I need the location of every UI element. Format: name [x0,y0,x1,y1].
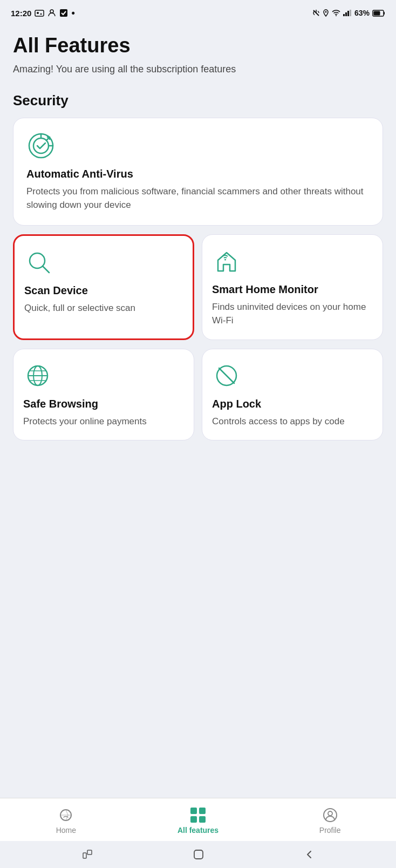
status-time: 12:20 • [11,8,75,18]
battery-icon [372,10,385,17]
app-lock-title: App Lock [212,398,373,410]
globe-icon [23,361,52,390]
svg-point-5 [336,15,337,16]
svg-rect-12 [374,11,380,15]
svg-rect-26 [199,808,206,814]
svg-rect-7 [345,12,347,16]
svg-point-1 [37,12,39,14]
status-indicators: 63% [312,9,385,17]
svg-rect-28 [199,816,206,823]
svg-rect-0 [35,10,44,16]
antivirus-desc: Protects you from malicious software, fi… [26,185,370,212]
svg-rect-32 [87,850,92,855]
time-display: 12:20 [11,9,31,18]
photo-icon [35,9,44,17]
card-app-lock[interactable]: App Lock Controls access to apps by code [202,349,383,441]
safe-browsing-title: Safe Browsing [23,398,184,410]
card-grid-row1: Scan Device Quick, full or selective sca… [13,234,383,340]
android-home-btn[interactable] [193,849,204,860]
svg-rect-33 [194,850,203,859]
safe-browsing-desc: Protects your online payments [23,415,184,429]
card-grid-row2: Safe Browsing Protects your online payme… [13,349,383,441]
svg-rect-31 [83,853,86,858]
android-back-btn[interactable] [304,850,314,859]
svg-rect-11 [384,12,385,15]
card-safe-browsing[interactable]: Safe Browsing Protects your online payme… [13,349,194,441]
antivirus-title: Automatic Anti-Virus [26,168,370,180]
card-scan-device[interactable]: Scan Device Quick, full or selective sca… [13,234,194,340]
profile-nav-label: Profile [319,826,341,835]
svg-rect-6 [343,14,345,16]
svg-point-17 [224,259,226,260]
block-icon [212,361,241,390]
battery-percent: 63% [354,9,370,17]
svg-point-4 [325,11,326,13]
status-bar: 12:20 • 63% [0,0,396,24]
home-nav-label: Home [56,826,76,835]
all-features-nav-label: All features [177,826,219,835]
grid-nav-icon [189,806,207,824]
target-icon [26,131,56,160]
svg-point-2 [50,10,53,13]
svg-rect-25 [190,808,197,814]
home-nav-icon [57,806,74,824]
location-icon [323,9,329,17]
bottom-nav: Home All features Profile [0,798,396,841]
wifi-icon [332,10,340,16]
page-subtitle: Amazing! You are using all the subscript… [13,63,383,76]
home-wifi-icon [212,247,241,276]
svg-rect-9 [350,10,351,16]
svg-point-30 [328,811,332,816]
card-antivirus[interactable]: Automatic Anti-Virus Protects you from m… [13,118,383,226]
android-nav-bar [0,841,396,868]
search-icon [24,248,53,277]
card-smart-home[interactable]: Smart Home Monitor Finds uninvited devic… [202,234,383,340]
svg-rect-3 [60,9,67,17]
signal-icon [343,10,352,16]
svg-rect-27 [190,816,197,823]
scan-device-desc: Quick, full or selective scan [24,301,183,315]
nav-all-features[interactable]: All features [132,806,264,835]
nav-home[interactable]: Home [0,806,132,835]
svg-line-16 [43,266,49,273]
page-title: All Features [13,35,383,57]
profile-nav-icon [322,806,339,824]
person-icon [47,9,56,17]
smart-home-title: Smart Home Monitor [212,283,373,296]
main-content: All Features Amazing! You are using all … [0,24,396,798]
scan-device-title: Scan Device [24,284,183,297]
mute-icon [312,9,320,17]
smart-home-desc: Finds uninvited devices on your home Wi-… [212,300,373,328]
app-lock-desc: Controls access to apps by code [212,415,373,429]
nav-profile[interactable]: Profile [264,806,396,835]
check-icon [59,9,68,17]
android-recent-btn[interactable] [82,849,93,860]
section-security-title: Security [13,92,383,109]
svg-rect-8 [347,11,349,16]
svg-line-24 [219,368,234,383]
